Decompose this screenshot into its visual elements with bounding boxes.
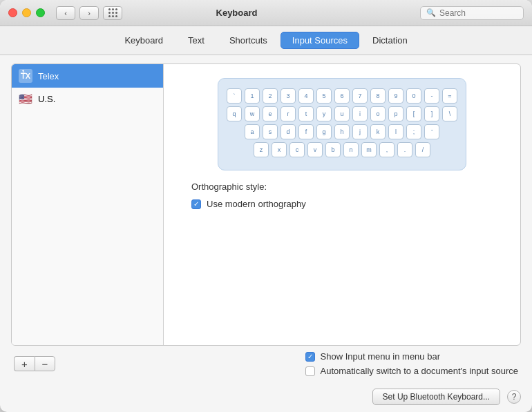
- maximize-button[interactable]: [36, 8, 45, 17]
- orthographic-section: Orthographic style: Use modern orthograp…: [178, 182, 306, 209]
- key-row-2: q w e r t y u i o p [ ] \: [231, 106, 453, 121]
- tab-dictation[interactable]: Dictation: [361, 32, 419, 49]
- auto-switch-checkbox[interactable]: [305, 366, 315, 376]
- key-row-1: ` 1 2 3 4 5 6 7 8 9 0 - =: [231, 88, 453, 104]
- sidebar: T̉X Telex 🇺🇸 U.S.: [12, 64, 164, 345]
- remove-button[interactable]: −: [35, 356, 55, 371]
- key-semicolon: ;: [406, 124, 421, 139]
- key-k: k: [370, 124, 386, 139]
- search-box[interactable]: 🔍: [420, 6, 524, 20]
- key-bracket-open: [: [406, 106, 421, 121]
- key-s: s: [263, 124, 278, 139]
- key-t: t: [298, 106, 314, 121]
- key-comma: ,: [379, 142, 395, 157]
- content: T̉X Telex 🇺🇸 U.S. ` 1 2 3 4: [0, 55, 532, 384]
- key-f: f: [298, 124, 314, 139]
- key-x: x: [272, 142, 287, 157]
- key-b: b: [325, 142, 341, 157]
- sidebar-item-telex[interactable]: T̉X Telex: [12, 64, 163, 88]
- traffic-lights: [8, 8, 45, 17]
- key-row-4: z x c v b n m , . /: [231, 142, 453, 157]
- key-0: 0: [406, 88, 421, 104]
- add-remove-buttons: + −: [14, 356, 55, 371]
- key-h: h: [334, 124, 350, 139]
- tab-text[interactable]: Text: [176, 32, 216, 49]
- tab-shortcuts[interactable]: Shortcuts: [218, 32, 279, 49]
- key-3: 3: [281, 88, 296, 104]
- key-backtick: `: [227, 88, 242, 104]
- key-v: v: [307, 142, 323, 157]
- right-panel: ` 1 2 3 4 5 6 7 8 9 0 - =: [164, 64, 520, 345]
- auto-switch-label: Automatically switch to a document's inp…: [321, 366, 518, 376]
- minimize-button[interactable]: [22, 8, 31, 17]
- tab-keyboard[interactable]: Keyboard: [113, 32, 175, 49]
- key-u: u: [334, 106, 350, 121]
- search-input[interactable]: [439, 8, 515, 18]
- keyboard-visual: ` 1 2 3 4 5 6 7 8 9 0 - =: [218, 78, 466, 170]
- key-m: m: [361, 142, 377, 157]
- bluetooth-button[interactable]: Set Up Bluetooth Keyboard...: [372, 389, 500, 405]
- tab-input-sources[interactable]: Input Sources: [281, 32, 359, 49]
- key-l: l: [388, 124, 403, 139]
- key-slash: /: [415, 142, 430, 157]
- titlebar: ‹ › Keyboard 🔍: [0, 0, 532, 26]
- key-y: y: [316, 106, 332, 121]
- us-flag-icon: 🇺🇸: [19, 92, 32, 106]
- key-5: 5: [316, 88, 332, 104]
- show-input-menu-checkbox[interactable]: [305, 352, 315, 362]
- key-row-3: a s d f g h j k l ; ': [231, 124, 453, 139]
- telex-icon: T̉X: [19, 69, 32, 83]
- key-quote: ': [424, 124, 439, 139]
- key-1: 1: [245, 88, 260, 104]
- key-c: c: [289, 142, 305, 157]
- key-q: q: [227, 106, 242, 121]
- show-input-menu-row[interactable]: Show Input menu in menu bar: [305, 351, 518, 362]
- close-button[interactable]: [8, 8, 17, 17]
- sidebar-item-label-us: U.S.: [38, 94, 55, 104]
- sidebar-item-label-telex: Telex: [38, 71, 59, 81]
- orthographic-label: Orthographic style:: [191, 182, 306, 192]
- key-8: 8: [370, 88, 386, 104]
- window-title: Keyboard: [53, 8, 420, 18]
- bottom-controls: + − Show Input menu in menu bar Automati…: [11, 351, 521, 376]
- add-button[interactable]: +: [14, 356, 35, 371]
- key-z: z: [254, 142, 269, 157]
- key-o: o: [370, 106, 386, 121]
- bottom-checkboxes: Show Input menu in menu bar Automaticall…: [305, 351, 518, 376]
- key-backslash: \: [442, 106, 457, 121]
- key-n: n: [343, 142, 359, 157]
- use-modern-checkbox[interactable]: [191, 199, 201, 209]
- key-period: .: [397, 142, 412, 157]
- key-bracket-close: ]: [424, 106, 439, 121]
- key-d: d: [281, 124, 296, 139]
- use-modern-row[interactable]: Use modern orthography: [191, 199, 306, 209]
- key-j: j: [352, 124, 368, 139]
- key-equals: =: [442, 88, 457, 104]
- search-icon: 🔍: [426, 8, 436, 17]
- key-g: g: [316, 124, 332, 139]
- footer: Set Up Bluetooth Keyboard... ?: [0, 384, 532, 412]
- sidebar-item-us[interactable]: 🇺🇸 U.S.: [12, 88, 163, 110]
- key-7: 7: [352, 88, 368, 104]
- auto-switch-row[interactable]: Automatically switch to a document's inp…: [305, 366, 518, 376]
- key-minus: -: [424, 88, 439, 104]
- key-2: 2: [263, 88, 278, 104]
- key-4: 4: [298, 88, 314, 104]
- show-input-menu-label: Show Input menu in menu bar: [321, 351, 440, 362]
- key-a: a: [245, 124, 260, 139]
- key-9: 9: [388, 88, 403, 104]
- key-w: w: [245, 106, 260, 121]
- key-r: r: [281, 106, 296, 121]
- window: ‹ › Keyboard 🔍 Keyboard Text Shortcuts I…: [0, 0, 532, 412]
- key-e: e: [263, 106, 278, 121]
- help-button[interactable]: ?: [507, 390, 521, 404]
- key-p: p: [388, 106, 403, 121]
- key-i: i: [352, 106, 368, 121]
- tabs-toolbar: Keyboard Text Shortcuts Input Sources Di…: [0, 26, 532, 55]
- main-panel: T̉X Telex 🇺🇸 U.S. ` 1 2 3 4: [11, 63, 521, 346]
- key-6: 6: [334, 88, 350, 104]
- use-modern-label: Use modern orthography: [207, 199, 306, 209]
